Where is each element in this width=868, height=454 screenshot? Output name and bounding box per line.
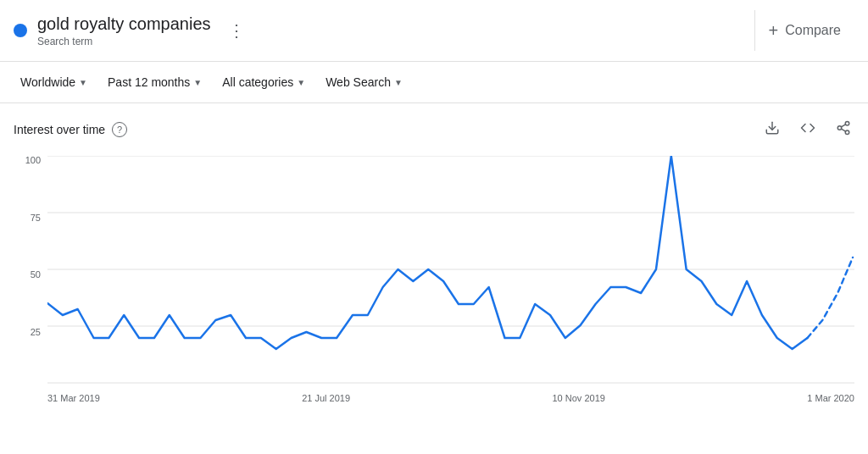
x-axis: 31 Mar 2019 21 Jul 2019 10 Nov 2019 1 Ma… xyxy=(47,386,854,410)
time-label: Past 12 months xyxy=(108,75,190,89)
chart-line xyxy=(47,156,807,349)
y-label-100: 100 xyxy=(25,156,41,165)
chart-title: Interest over time xyxy=(14,123,105,136)
chart-container: 100 75 50 25 31 Mar 2019 2 xyxy=(14,156,854,410)
x-label-4: 1 Mar 2020 xyxy=(807,393,854,403)
search-type-label: Web Search xyxy=(326,75,391,89)
download-icon xyxy=(765,124,780,138)
header: gold royalty companies Search term ⋮ + C… xyxy=(0,0,868,62)
search-term-title: gold royalty companies xyxy=(37,14,211,34)
search-term-subtitle: Search term xyxy=(37,36,92,47)
svg-line-5 xyxy=(841,125,845,127)
worldwide-label: Worldwide xyxy=(20,75,75,89)
help-icon[interactable]: ? xyxy=(112,122,127,137)
share-button[interactable] xyxy=(832,117,854,142)
x-label-3: 10 Nov 2019 xyxy=(553,393,605,403)
y-axis: 100 75 50 25 xyxy=(14,156,47,385)
search-term-dot xyxy=(14,24,27,37)
y-label-75: 75 xyxy=(31,213,41,223)
time-filter[interactable]: Past 12 months ▼ xyxy=(101,72,209,92)
y-label-25: 25 xyxy=(31,328,41,337)
embed-icon xyxy=(800,124,815,138)
categories-filter[interactable]: All categories ▼ xyxy=(215,72,312,92)
compare-label: Compare xyxy=(785,23,841,38)
filters-bar: Worldwide ▼ Past 12 months ▼ All categor… xyxy=(0,62,868,103)
y-label-50: 50 xyxy=(31,270,41,280)
search-term-text: gold royalty companies Search term xyxy=(37,14,211,47)
search-type-filter[interactable]: Web Search ▼ xyxy=(319,72,409,92)
embed-button[interactable] xyxy=(797,117,819,142)
download-button[interactable] xyxy=(761,117,783,142)
search-term-block: gold royalty companies Search term ⋮ xyxy=(14,14,754,47)
line-chart xyxy=(47,156,854,385)
plus-icon: + xyxy=(769,21,779,41)
time-chevron-icon: ▼ xyxy=(193,78,202,87)
compare-button[interactable]: + Compare xyxy=(755,14,855,47)
worldwide-chevron-icon: ▼ xyxy=(79,78,87,87)
worldwide-filter[interactable]: Worldwide ▼ xyxy=(14,72,94,92)
chart-section: Interest over time ? xyxy=(0,103,868,417)
help-icon-label: ? xyxy=(117,125,122,135)
categories-label: All categories xyxy=(222,75,293,89)
categories-chevron-icon: ▼ xyxy=(297,78,305,87)
x-label-2: 21 Jul 2019 xyxy=(302,393,350,403)
search-type-chevron-icon: ▼ xyxy=(394,78,403,87)
svg-line-4 xyxy=(841,129,845,131)
chart-title-block: Interest over time ? xyxy=(14,122,127,137)
more-options-button[interactable]: ⋮ xyxy=(221,17,253,44)
chart-header: Interest over time ? xyxy=(14,117,854,142)
chart-svg-area xyxy=(47,156,854,385)
more-icon: ⋮ xyxy=(228,20,246,41)
x-label-1: 31 Mar 2019 xyxy=(47,393,100,403)
share-icon xyxy=(836,124,851,138)
chart-actions xyxy=(761,117,854,142)
